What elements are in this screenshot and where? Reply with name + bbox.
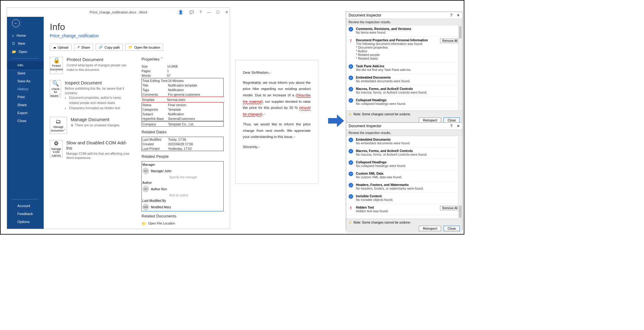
- manage-com-tile[interactable]: ⚙Manage COMAdd-ins: [50, 140, 63, 157]
- inspector-item: ✓Custom XML DataNo custom XML data was f…: [346, 170, 462, 181]
- prop-key: Hyperlink Base: [142, 117, 168, 121]
- check-icon: ✓: [349, 194, 353, 199]
- sidebar-item-feedback[interactable]: Feedback: [7, 210, 44, 218]
- sidebar-item-info[interactable]: Info: [7, 61, 44, 69]
- sidebar-item-save[interactable]: Save: [7, 69, 44, 77]
- person-name[interactable]: Author Ken: [151, 187, 167, 191]
- manage-document-tile[interactable]: 🗂ManageDocument ˅: [50, 117, 67, 134]
- check-icon: ✓: [349, 183, 353, 187]
- sidebar-item-open[interactable]: 📂Open: [7, 47, 44, 56]
- upload-button[interactable]: ☁Upload: [50, 44, 71, 51]
- maximize-button[interactable]: ☐: [216, 10, 220, 14]
- sidebar-item-close[interactable]: Close: [7, 117, 44, 125]
- help-button[interactable]: ?: [199, 10, 202, 14]
- feedback-icon[interactable]: 💬: [189, 10, 194, 14]
- inspect-heading: Inspect Document: [65, 80, 132, 85]
- doc-paragraph: Thus, we would like to inform the price …: [243, 121, 311, 140]
- inspector-item: ✓Embedded DocumentsNo embedded documents…: [346, 74, 462, 85]
- remove-all-button[interactable]: Remove All: [440, 206, 460, 210]
- prop-value: 57: [167, 74, 171, 77]
- prop-value[interactable]: Template Co., Ltd.: [168, 122, 194, 126]
- highlight-box-red: Total Editing Time18 Minutes TitleNotifi…: [141, 78, 224, 97]
- account-icon[interactable]: 👤: [177, 9, 184, 16]
- button-label: Open file location: [134, 46, 160, 49]
- document-inspector-dialog-bottom: Document Inspector ?✕ Review the inspect…: [346, 122, 463, 230]
- inspector-item-title: Headers, Footers, and Watermarks: [356, 183, 459, 187]
- help-button[interactable]: ?: [450, 124, 452, 128]
- inspector-item-title: Collapsed Headings: [356, 98, 459, 102]
- inspector-item-title: Custom XML Data: [356, 172, 459, 175]
- prop-value[interactable]: Notification: [168, 112, 184, 116]
- prop-value[interactable]: GeneralCustomers: [168, 117, 195, 121]
- close-dialog-button[interactable]: ✕: [457, 13, 460, 17]
- sidebar-item-print[interactable]: Print: [7, 93, 44, 101]
- home-icon: ⌂: [12, 34, 14, 37]
- inspector-item: ✓Invisible ContentNo invisible objects f…: [346, 193, 462, 204]
- close-button[interactable]: Close: [444, 226, 460, 231]
- sidebar-item-options[interactable]: Options: [7, 218, 44, 226]
- prop-value[interactable]: Final version: [168, 103, 186, 107]
- check-issues-tile[interactable]: 🔍Check forIssues ˅: [50, 80, 61, 97]
- manage-heading: Manage Document: [71, 117, 120, 122]
- protect-document-tile[interactable]: 🔒ProtectDocument ˅: [50, 57, 63, 74]
- sidebar-item-label: Account: [12, 204, 30, 208]
- prop-value[interactable]: Notification: [168, 88, 184, 92]
- filename: Price_change_notification: [50, 33, 224, 38]
- sidebar-item-new[interactable]: 🗋New: [7, 39, 44, 47]
- scrollbar[interactable]: [458, 136, 462, 218]
- prop-key: Words: [141, 74, 167, 77]
- avatar: AK: [142, 186, 149, 192]
- share-button[interactable]: ↗Share: [74, 44, 93, 51]
- document-preview: Dear Sir/Madam, Regrettably, we must inf…: [235, 60, 318, 184]
- inspector-item-title: Macros, Forms, and ActiveX Controls: [356, 149, 459, 153]
- sidebar-item-label: Close: [12, 119, 26, 123]
- prop-value[interactable]: Notification template: [168, 83, 197, 87]
- link-icon: 🔗: [99, 45, 103, 49]
- prop-key: Title: [142, 83, 168, 87]
- properties-header[interactable]: Properties ˅: [141, 57, 224, 61]
- prop-key: Categories: [142, 108, 168, 111]
- sidebar-item-label: Share: [12, 103, 27, 107]
- sidebar-item-history[interactable]: History: [7, 85, 44, 93]
- close-window-button[interactable]: ✕: [225, 10, 228, 14]
- highlight-box-blue: CompanyTemplate Co., Ltd.: [141, 121, 224, 127]
- open-file-location-link[interactable]: 📁Open File Location: [141, 221, 224, 226]
- inspector-item: ✓Collapsed HeadingsNo collapsed headings…: [346, 97, 462, 108]
- minimize-button[interactable]: —: [207, 10, 211, 14]
- dialog-subtitle: Review the inspection results.: [346, 130, 462, 136]
- openlocation-button[interactable]: 📁Open file location: [125, 44, 163, 51]
- person-name[interactable]: Manager John: [151, 169, 171, 173]
- hint-text[interactable]: Add an author: [142, 193, 223, 198]
- inspector-item: ✓Task Pane Add-insWe did not find any Ta…: [346, 63, 462, 74]
- help-button[interactable]: ?: [450, 13, 452, 17]
- inspector-item-title: Comments, Revisions, and Versions: [356, 27, 459, 31]
- prop-value[interactable]: Template: [168, 108, 181, 111]
- dialog-title: Document Inspector: [349, 13, 381, 17]
- scrollbar[interactable]: [458, 26, 462, 110]
- doc-greeting: Dear Sir/Madam,: [243, 69, 311, 76]
- prop-key: Created: [142, 142, 168, 146]
- copypath-button[interactable]: 🔗Copy path: [96, 44, 123, 51]
- inspector-item: ✓Macros, Forms, and ActiveX ControlsNo m…: [346, 147, 462, 159]
- check-icon: ✓: [349, 138, 353, 142]
- sidebar-item-account[interactable]: Account: [7, 202, 44, 210]
- sidebar-item-share[interactable]: Share: [7, 101, 44, 109]
- reinspect-button[interactable]: Reinspect: [419, 226, 441, 231]
- remove-all-button[interactable]: Remove All: [440, 39, 460, 43]
- prop-key: Manager: [142, 161, 168, 166]
- close-dialog-button[interactable]: ✕: [457, 124, 460, 128]
- inspector-item-desc: No embedded documents were found.: [356, 141, 459, 145]
- sidebar-item-home[interactable]: ⌂Home: [7, 32, 44, 39]
- inspector-item: ✓Macros, Forms, and ActiveX ControlsNo m…: [346, 85, 462, 97]
- folder-icon: 📁: [128, 45, 133, 49]
- back-button[interactable]: ←: [12, 19, 20, 27]
- inspector-item-desc: The following document information was f…: [356, 42, 459, 60]
- inspector-item-desc: No invisible objects found.: [356, 198, 459, 202]
- sidebar-item-saveas[interactable]: Save As: [7, 77, 44, 85]
- backstage-sidebar: ← ⌂Home 🗋New 📂Open Info Save Save As His…: [7, 17, 44, 229]
- inspector-item-desc: No macros, forms, or ActiveX controls we…: [356, 91, 459, 94]
- sidebar-item-export[interactable]: Export: [7, 109, 44, 117]
- prop-value[interactable]: For general customers: [168, 93, 200, 96]
- hint-text[interactable]: Specify the manager: [142, 175, 223, 180]
- check-icon: ✓: [349, 98, 353, 103]
